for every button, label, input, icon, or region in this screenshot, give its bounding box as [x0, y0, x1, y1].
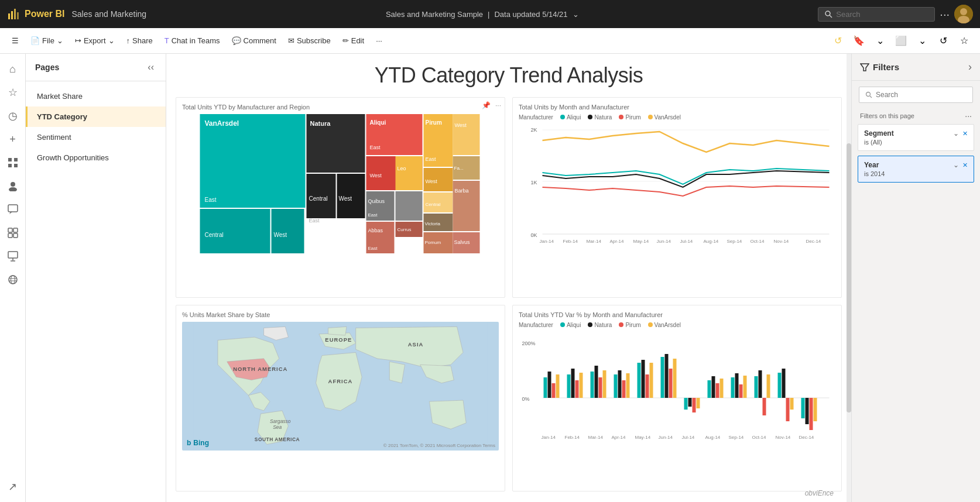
sidebar-item-external[interactable]: ↗ [2, 476, 23, 497]
fullscreen-chevron-button[interactable]: ⌄ [913, 32, 931, 50]
report-title: YTD Category Trend Analysis [176, 63, 842, 88]
svg-line-169 [870, 96, 872, 98]
svg-text:Jul-14: Jul-14 [680, 239, 693, 244]
treemap-svg[interactable]: VanArsdel East Central West Natura Centr… [182, 114, 499, 255]
svg-rect-114 [580, 373, 583, 398]
svg-text:Abbas: Abbas [368, 228, 383, 233]
search-input[interactable] [836, 10, 918, 19]
filters-search-icon [865, 91, 872, 98]
filter-year[interactable]: Year ⌄ ✕ is 2014 [858, 156, 974, 183]
comment-button[interactable]: 💬 Comment [227, 34, 281, 47]
page-item-ytd-category[interactable]: YTD Category [26, 106, 166, 127]
svg-marker-167 [861, 64, 869, 71]
sidebar-item-apps[interactable] [2, 152, 23, 173]
treemap-more-icon[interactable]: ··· [495, 101, 501, 109]
data-updated: Data updated 5/14/21 [494, 10, 567, 19]
dropdown-chevron[interactable]: ⌄ [573, 10, 579, 19]
subscribe-button[interactable]: ✉ Subscribe [283, 34, 335, 47]
sidebar-item-dashboard[interactable] [2, 222, 23, 243]
svg-text:Sea: Sea [273, 424, 282, 430]
toolbar-more-button[interactable]: ··· [371, 34, 387, 47]
treemap-pin-icon[interactable]: 📌 [482, 101, 491, 109]
svg-text:0%: 0% [522, 396, 530, 402]
svg-rect-108 [548, 372, 551, 398]
filters-expand-icon[interactable]: › [968, 61, 972, 73]
share-button[interactable]: ↑ Share [122, 34, 157, 47]
svg-text:Pomum: Pomum [425, 240, 441, 245]
svg-rect-31 [200, 209, 270, 253]
global-search[interactable] [818, 7, 935, 22]
svg-rect-15 [8, 205, 18, 212]
svg-text:West: West [339, 195, 352, 202]
pages-nav: ‹‹ [145, 61, 156, 74]
svg-rect-153 [810, 398, 813, 430]
page-item-market-share[interactable]: Market Share [26, 86, 166, 106]
line-chart-card: Total Units by Month and Manufacturer Ma… [512, 97, 842, 298]
sidebar-item-people[interactable] [2, 176, 23, 197]
topbar-more-button[interactable]: ··· [940, 8, 950, 21]
refresh-button[interactable]: ↺ [829, 32, 847, 50]
bookmark-chevron-button[interactable]: ⌄ [871, 32, 889, 50]
line-chart-svg[interactable]: 2K 1K 0K [519, 123, 835, 246]
search-icon [824, 10, 832, 18]
report-name: Sales and Marketing Sample [386, 10, 483, 19]
chat-teams-button[interactable]: T Chat in Teams [160, 34, 225, 47]
svg-text:Nov-14: Nov-14 [776, 435, 791, 440]
svg-rect-149 [786, 398, 790, 421]
pages-back-button[interactable]: ‹‹ [145, 61, 156, 74]
filter-segment-clear[interactable]: ✕ [962, 130, 968, 137]
file-button[interactable]: 📄 File ⌄ [26, 34, 68, 47]
svg-rect-0 [8, 13, 10, 19]
filters-more-icon[interactable]: ··· [965, 111, 972, 121]
filters-header: Filters › [852, 54, 980, 81]
filter-year-clear[interactable]: ✕ [962, 161, 968, 169]
sidebar-item-home[interactable]: ⌂ [2, 59, 23, 80]
favorite-button[interactable]: ☆ [955, 32, 973, 50]
filter-segment-chevron[interactable]: ⌄ [953, 129, 959, 137]
svg-rect-128 [665, 354, 669, 398]
svg-text:EUROPE: EUROPE [325, 336, 352, 343]
svg-rect-33 [272, 209, 304, 253]
svg-text:East: East [370, 145, 381, 150]
filter-segment-title: Segment [864, 129, 894, 137]
svg-point-13 [11, 182, 15, 187]
sidebar-item-create[interactable]: + [2, 129, 23, 150]
reset-button[interactable]: ↺ [934, 32, 952, 50]
powerbi-icon [7, 8, 20, 20]
sidebar-item-chat[interactable] [2, 199, 23, 220]
svg-text:2K: 2K [531, 127, 537, 133]
scroll-thumb[interactable] [847, 143, 851, 412]
user-avatar[interactable] [954, 5, 973, 23]
map-area[interactable]: NORTH AMERICA EUROPE ASIA Sargasso Sea A… [182, 322, 499, 451]
svg-rect-11 [8, 164, 12, 167]
svg-text:Jun-14: Jun-14 [659, 435, 673, 440]
svg-text:Salvus: Salvus [454, 239, 471, 245]
filters-panel: Filters › Filters on this page ··· Segme… [851, 54, 980, 502]
edit-button[interactable]: ✏ Edit [338, 34, 369, 47]
sidebar-item-monitor[interactable] [2, 246, 23, 267]
sidebar-item-globe[interactable] [2, 269, 23, 290]
bar-chart-svg[interactable]: 200% 0% [519, 331, 835, 442]
svg-rect-110 [556, 374, 560, 398]
filter-year-chevron[interactable]: ⌄ [953, 161, 959, 169]
filters-search-input[interactable] [876, 91, 967, 99]
bookmark-button[interactable]: 🔖 [850, 32, 868, 50]
filter-segment[interactable]: Segment ⌄ ✕ is (All) [858, 124, 974, 151]
page-item-sentiment[interactable]: Sentiment [26, 127, 166, 147]
hamburger-button[interactable]: ☰ [7, 34, 23, 47]
svg-rect-142 [743, 376, 747, 398]
svg-rect-147 [778, 373, 782, 398]
filters-search[interactable] [859, 87, 973, 103]
comment-icon: 💬 [232, 36, 241, 45]
page-item-growth-opportunities[interactable]: Growth Opportunities [26, 147, 166, 168]
svg-rect-122 [626, 373, 630, 398]
svg-text:Sep-14: Sep-14 [727, 239, 742, 244]
fullscreen-button[interactable]: ⬜ [892, 32, 910, 50]
scroll-track[interactable] [847, 54, 851, 502]
export-button[interactable]: ↦ Export ⌄ [70, 34, 119, 47]
content-area: YTD Category Trend Analysis Total Units … [166, 54, 851, 502]
sidebar-item-recent[interactable]: ◷ [2, 105, 23, 126]
sidebar-item-favorites[interactable]: ☆ [2, 82, 23, 103]
svg-rect-145 [763, 398, 766, 415]
svg-rect-138 [720, 379, 724, 398]
